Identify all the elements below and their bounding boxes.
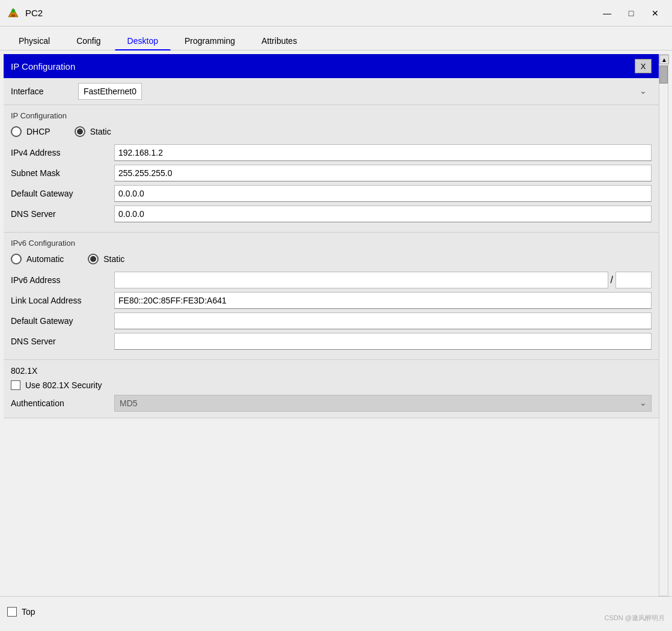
minimize-button[interactable]: — bbox=[596, 5, 618, 22]
title-bar-left: PC2 bbox=[6, 6, 43, 20]
ipv6-prefix-input[interactable] bbox=[615, 272, 652, 288]
interface-select-wrapper: FastEthernet0 bbox=[78, 83, 652, 100]
ipv4-dns-input[interactable] bbox=[114, 206, 652, 222]
ipv4-gateway-input[interactable] bbox=[114, 185, 652, 202]
dhcp-label: DHCP bbox=[26, 127, 50, 136]
ipv6-address-inputs: / bbox=[114, 272, 652, 288]
tab-programming[interactable]: Programming bbox=[172, 32, 248, 50]
auth-select-wrapper: MD5 bbox=[114, 395, 652, 412]
title-bar: PC2 — □ ✕ bbox=[0, 0, 672, 26]
watermark: CSDN @遨风醉明月 bbox=[605, 614, 665, 623]
ipv6-auto-label: Automatic bbox=[26, 254, 64, 264]
ipv4-address-row: IPv4 Address bbox=[11, 144, 652, 161]
dot1x-section: 802.1X Use 802.1X Security Authenticatio… bbox=[4, 360, 659, 418]
ipv4-gateway-label: Default Gateway bbox=[11, 189, 107, 198]
authentication-row: Authentication MD5 bbox=[11, 395, 652, 412]
ipv6-static-label: Static bbox=[103, 254, 124, 264]
use-security-checkbox[interactable] bbox=[11, 380, 20, 390]
content-wrapper: IP Configuration X Interface FastEtherne… bbox=[0, 50, 672, 626]
link-local-label: Link Local Address bbox=[11, 296, 107, 305]
ipv6-auto-radio-circle bbox=[11, 254, 22, 264]
tab-config[interactable]: Config bbox=[64, 32, 113, 50]
ipv6-automatic-radio[interactable]: Automatic bbox=[11, 254, 64, 264]
ipv4-section: IP Configuration DHCP Static IPv4 Addres… bbox=[4, 105, 659, 233]
tab-attributes[interactable]: Attributes bbox=[249, 32, 310, 50]
ipv6-static-radio[interactable]: Static bbox=[88, 254, 124, 264]
ipv6-section: IPv6 Configuration Automatic Static IPv6… bbox=[4, 233, 659, 360]
main-panel: IP Configuration X Interface FastEtherne… bbox=[4, 54, 659, 596]
ipv6-address-input[interactable] bbox=[114, 272, 608, 288]
ipv6-gateway-input[interactable] bbox=[114, 312, 652, 329]
static-radio[interactable]: Static bbox=[75, 126, 111, 137]
ipv6-static-radio-circle bbox=[88, 254, 99, 264]
interface-row: Interface FastEthernet0 bbox=[4, 78, 659, 105]
bottom-bar: Top CSDN @遨风醉明月 bbox=[0, 596, 672, 626]
interface-label: Interface bbox=[11, 87, 71, 96]
authentication-label: Authentication bbox=[11, 398, 107, 408]
ipv6-dns-row: DNS Server bbox=[11, 333, 652, 350]
scroll-up-arrow[interactable]: ▲ bbox=[659, 55, 669, 64]
close-button[interactable]: ✕ bbox=[644, 5, 666, 22]
static-label: Static bbox=[90, 127, 111, 136]
svg-rect-3 bbox=[11, 14, 15, 17]
ipv4-radio-group: DHCP Static bbox=[11, 126, 652, 137]
ip-config-title: IP Configuration bbox=[11, 61, 75, 72]
tab-physical[interactable]: Physical bbox=[6, 32, 63, 50]
ipv6-address-label: IPv6 Address bbox=[11, 275, 107, 285]
ipv4-address-input[interactable] bbox=[114, 144, 652, 161]
link-local-input[interactable] bbox=[114, 292, 652, 309]
static-radio-circle bbox=[75, 126, 85, 137]
use-security-label: Use 802.1X Security bbox=[25, 380, 102, 390]
ipv6-dns-input[interactable] bbox=[114, 333, 652, 350]
subnet-mask-label: Subnet Mask bbox=[11, 168, 107, 178]
use-security-row: Use 802.1X Security bbox=[11, 380, 652, 390]
top-label: Top bbox=[22, 607, 35, 617]
top-checkbox[interactable] bbox=[7, 607, 17, 617]
ipv4-dns-row: DNS Server bbox=[11, 206, 652, 222]
scrollbar[interactable]: ▲ bbox=[659, 54, 668, 596]
ipv6-radio-group: Automatic Static bbox=[11, 254, 652, 264]
scroll-thumb[interactable] bbox=[659, 66, 668, 84]
ipv6-address-row: IPv6 Address / bbox=[11, 272, 652, 288]
svg-point-2 bbox=[11, 9, 15, 13]
ip-config-header: IP Configuration X bbox=[4, 54, 659, 78]
authentication-select[interactable]: MD5 bbox=[114, 395, 652, 412]
ipv4-section-title: IP Configuration bbox=[11, 111, 652, 120]
dhcp-radio-circle bbox=[11, 126, 22, 137]
panel-wrapper: IP Configuration X Interface FastEtherne… bbox=[0, 50, 672, 596]
app-icon bbox=[6, 6, 20, 20]
tab-desktop[interactable]: Desktop bbox=[115, 32, 171, 50]
ipv4-dns-label: DNS Server bbox=[11, 209, 107, 219]
ipv6-gateway-label: Default Gateway bbox=[11, 316, 107, 326]
maximize-button[interactable]: □ bbox=[620, 5, 642, 22]
title-bar-controls: — □ ✕ bbox=[596, 5, 666, 22]
subnet-mask-input[interactable] bbox=[114, 165, 652, 181]
dhcp-radio[interactable]: DHCP bbox=[11, 126, 50, 137]
tab-bar: Physical Config Desktop Programming Attr… bbox=[0, 26, 672, 50]
ipv6-dns-label: DNS Server bbox=[11, 337, 107, 346]
ipv6-gateway-row: Default Gateway bbox=[11, 312, 652, 329]
ipv4-address-label: IPv4 Address bbox=[11, 148, 107, 157]
ipv6-section-title: IPv6 Configuration bbox=[11, 239, 652, 248]
ip-config-close-button[interactable]: X bbox=[635, 59, 652, 73]
link-local-row: Link Local Address bbox=[11, 292, 652, 309]
subnet-mask-row: Subnet Mask bbox=[11, 165, 652, 181]
app-title: PC2 bbox=[25, 8, 43, 18]
dot1x-title: 802.1X bbox=[11, 366, 652, 376]
ipv6-slash: / bbox=[611, 275, 613, 285]
ipv4-gateway-row: Default Gateway bbox=[11, 185, 652, 202]
interface-select[interactable]: FastEthernet0 bbox=[78, 83, 142, 100]
